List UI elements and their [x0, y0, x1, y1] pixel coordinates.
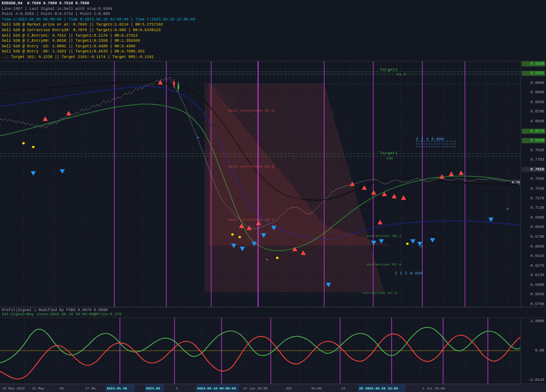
price-5990: 0.5990 [522, 282, 545, 288]
svg-text:22 May: 22 May [32, 386, 44, 390]
main-chart-area: MARKET-EIGHT [0, 61, 546, 307]
chart-container: EOSUSD,H4 0.7560 0.7660 0.7510 0.7650 Li… [0, 0, 546, 392]
price-current: 0.7650 [522, 167, 545, 172]
price-8988: 0.8988 [522, 90, 545, 95]
indicator-title: Profit|Signal | Modified By FSB3 0.0979 … [2, 308, 107, 312]
price-6415: 0.6415 [522, 254, 545, 259]
yellow-dot-5 [276, 257, 279, 259]
arrow-indicator-4: ↗ [506, 207, 509, 211]
svg-text:26 2023.06.26 12:00: 26 2023.06.26 12:00 [359, 386, 398, 390]
price-axis: 0.9268 0.9201 0.9088 0.8988 0.8845 0.870… [520, 61, 546, 307]
info-line4: Sell %20 @ Market price or at: 0.7843 ||… [2, 22, 544, 28]
target2-618-label: 61.8 [397, 72, 406, 76]
target1-100-label: 100 [386, 156, 393, 160]
svg-rect-57 [177, 84, 179, 89]
price-7410: 0.7410 [522, 186, 545, 191]
svg-text:04:00: 04:00 [311, 386, 322, 390]
price-7550: 0.7550 [522, 176, 545, 182]
indicator-svg: 1.9009 0.00 -2.0142 [0, 318, 546, 383]
time-axis-svg: 19 May 2023 22 May 00 27 Ma 2023.05.30 2… [0, 384, 546, 392]
yellow-dot-6 [406, 242, 409, 245]
price-6980: 0.6980 [522, 215, 545, 220]
price-6135: 0.6135 [522, 273, 545, 278]
yellow-dot-1 [22, 142, 25, 144]
indicator-max: 1.9009 [522, 319, 545, 324]
svg-text:00: 00 [60, 386, 64, 390]
price-8560: 0.8560 [522, 119, 545, 124]
price-7930: 0.7930 [522, 148, 545, 153]
svg-text:1 Jul 20:00: 1 Jul 20:00 [422, 386, 445, 390]
price-target2-upper: 0.9268 [522, 61, 545, 66]
indicator-info: Profit|Signal | Modified By FSB3 0.0979 … [0, 307, 546, 318]
svg-text:0.7650: 0.7650 [512, 181, 520, 184]
svg-text:2023.06: 2023.06 [146, 386, 160, 390]
main-chart-svg: Sell correction 87.5 Sell correction 61.… [0, 61, 520, 307]
info-line2: Point A:0.9259 | Point B:0.5732 | Point … [2, 12, 544, 17]
time-axis: 19 May 2023 22 May 00 27 Ma 2023.05.30 2… [0, 383, 546, 392]
top-info-bar: EOSUSD,H4 0.7560 0.7660 0.7510 0.7650 Li… [0, 0, 546, 61]
svg-text:202: 202 [286, 386, 292, 390]
price-7270: 0.7270 [522, 196, 545, 201]
svg-text:27 Ma: 27 Ma [85, 386, 96, 390]
info-line10: ... Target 161: 0.1238 || Target 2161:-0… [2, 55, 544, 60]
svg-rect-55 [173, 82, 175, 86]
arrow-indicator-2: ↘ [265, 257, 268, 261]
price-6840: 0.6840 [522, 225, 545, 230]
price-9088: 0.9088 [522, 81, 545, 86]
info-line1: Line:1907 | Last Signal is:Sell with sto… [2, 6, 544, 12]
correction-618-label: correction 61.8 [367, 262, 401, 266]
svg-text:2023.05.30: 2023.05.30 [107, 386, 127, 390]
value-806-label: I I I 0.806 [416, 137, 444, 141]
yellow-dot-3 [231, 233, 234, 235]
target1-label: Target1 [380, 151, 398, 155]
price-6275: 0.6275 [522, 263, 545, 268]
info-line8: Sell %10 @ Entry -23: 1.0091 || Target1:… [2, 44, 544, 49]
price-6560: 0.6560 [522, 244, 545, 249]
target2-label: Target2 [380, 67, 398, 72]
price-7130: 0.7130 [522, 205, 545, 210]
price-6700: 0.6700 [522, 234, 545, 239]
price-8175: 0.8175 [522, 129, 545, 134]
symbol-price: EOSUSD,H4 0.7560 0.7660 0.7510 0.7650 [2, 1, 544, 6]
indicator-min: -2.0142 [522, 378, 545, 383]
price-7793: 0.7793 [522, 157, 545, 162]
svg-text:23: 23 [341, 386, 346, 390]
indicator-zero: 0.00 [522, 348, 545, 353]
info-line5: Sell %20 @ Correction Entry38: 0.7079 ||… [2, 28, 544, 33]
svg-text:19 May 2023: 19 May 2023 [2, 386, 25, 390]
svg-text:2023.06.10 00:00:00: 2023.06.10 00:00:00 [197, 386, 236, 390]
chart-panel[interactable]: MARKET-EIGHT [0, 61, 520, 307]
price-5700: 0.5700 [522, 302, 545, 307]
correction-382-label: correction 38.2 [367, 234, 401, 238]
price-8700: 0.8700 [522, 109, 545, 114]
price-8845: 0.8845 [522, 100, 545, 105]
value-634-label: I I I 0.634 [395, 271, 423, 275]
yellow-dot-4 [238, 236, 241, 238]
indicator-panel: 1.9009 0.00 -2.0142 1.9009 0.00 [0, 318, 546, 383]
info-line9: Sell %20 @ Entry -50: 1.1023 || Target1:… [2, 49, 544, 55]
correction-875-label: correction 87.5 [363, 291, 397, 295]
arrow-indicator-1: ↗ [196, 135, 199, 140]
bottom-section: Profit|Signal | Modified By FSB3 0.0979 … [0, 307, 546, 392]
info-line3: Time A:2023.06.05 00:00:00 | Time B:2023… [2, 17, 544, 23]
arrow-indicator-3: ↗ [420, 244, 423, 248]
price-8108: 0.8108 [522, 138, 545, 143]
yellow-dot-2 [32, 146, 35, 148]
indicator-signal: 341-Signal=Buy since:2023.06.29 20:00:00… [2, 312, 122, 317]
sell-correction-618-label: Sell correction 61.8 [228, 164, 274, 168]
price-5845: 0.5845 [522, 292, 545, 297]
svg-text:2: 2 [176, 386, 178, 390]
price-target2-lower: 0.9201 [522, 71, 545, 76]
info-line6: Sell %10 @ C_Entry61: 0.7912 || Target1:… [2, 33, 544, 39]
sell-correction-875-label: Sell correction 87.5 [228, 109, 274, 112]
sell-correction-382-label: Sell correction 38.2 [228, 218, 274, 222]
info-line7: Sell %20 @ C_Entry88: 0.8818 || Target1:… [2, 38, 544, 44]
svg-text:12 Jun 20:00: 12 Jun 20:00 [243, 386, 268, 390]
